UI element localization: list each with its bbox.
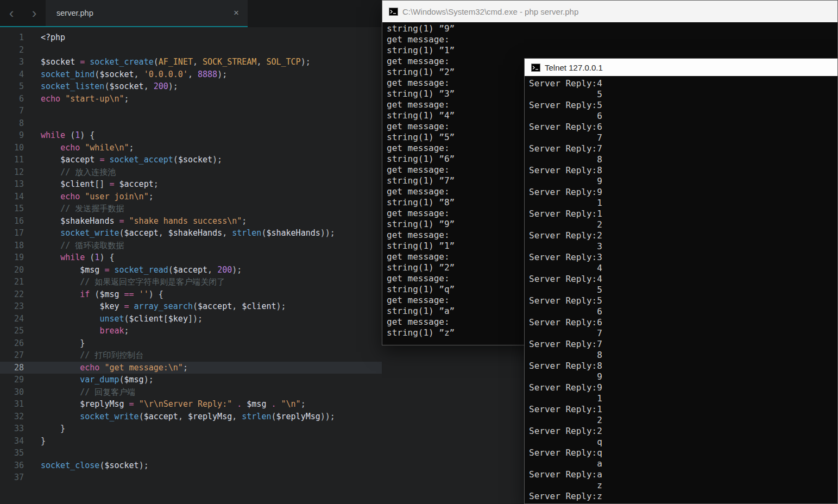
line-number: 27: [0, 349, 24, 362]
console-line: q: [529, 437, 833, 448]
code-area[interactable]: 1<?php23$socket = socket_create(AF_INET,…: [0, 27, 382, 484]
console-line: Server Reply:7: [529, 143, 833, 154]
line-number: 4: [0, 68, 24, 81]
code-line[interactable]: 3$socket = socket_create(AF_INET, SOCK_S…: [0, 56, 382, 68]
telnet-window: Telnet 127.0.0.1 Server Reply:4 5Server …: [524, 58, 838, 504]
code-line[interactable]: 10 echo "while\n";: [0, 142, 382, 154]
line-number: 25: [0, 325, 24, 337]
console-line: Server Reply:1: [529, 404, 833, 415]
code-line[interactable]: 12 // 放入连接池: [0, 166, 382, 179]
line-number: 17: [0, 227, 24, 240]
code-line[interactable]: 26 }: [0, 337, 382, 350]
code-line[interactable]: 18 // 循环读取数据: [0, 240, 382, 252]
console-line: Server Reply:8: [529, 165, 833, 176]
line-number: 15: [0, 203, 24, 215]
code-line[interactable]: 21 // 如果返回空字符串则是客户端关闭了: [0, 276, 382, 288]
editor-nav: ‹ ›: [0, 0, 46, 26]
line-number: 9: [0, 129, 24, 142]
tab-close-icon[interactable]: ×: [234, 8, 239, 18]
line-number: 14: [0, 191, 24, 203]
code-line[interactable]: 34}: [0, 435, 382, 448]
code-line[interactable]: 2: [0, 44, 382, 56]
console-line: Server Reply:1: [529, 209, 833, 219]
code-line[interactable]: 13 $client[] = $accept;: [0, 178, 382, 191]
console-line: Server Reply:7: [529, 339, 833, 350]
line-number: 19: [0, 251, 24, 264]
line-number: 18: [0, 240, 24, 252]
console-line: 7: [529, 133, 833, 143]
console-line: 9: [529, 371, 833, 382]
console-line: 9: [529, 176, 833, 187]
code-line[interactable]: 7: [0, 105, 382, 117]
console-line: 5: [529, 285, 833, 295]
code-line[interactable]: 24 unset($client[$key]);: [0, 313, 382, 325]
console-line: Server Reply:a: [529, 469, 833, 480]
console-line: z: [529, 480, 833, 491]
telnet-titlebar[interactable]: Telnet 127.0.0.1: [525, 59, 837, 76]
code-line[interactable]: 29 var_dump($msg);: [0, 374, 382, 386]
code-line[interactable]: 11 $accept = socket_accept($socket);: [0, 154, 382, 166]
console-line: Server Reply:4: [529, 274, 833, 285]
line-number: 31: [0, 398, 24, 411]
code-line[interactable]: 37: [0, 471, 382, 484]
line-number: 23: [0, 300, 24, 313]
code-editor-window: ‹ › server.php × 1<?php23$socket = socke…: [0, 0, 382, 504]
console-line: 7: [529, 328, 833, 339]
editor-tab-bar: ‹ › server.php ×: [0, 0, 382, 27]
code-line[interactable]: 17 socket_write($accept, $shakeHands, st…: [0, 227, 382, 240]
code-line[interactable]: 23 $key = array_search($accept, $client)…: [0, 300, 382, 313]
code-line[interactable]: 28 echo "get message:\n";: [0, 362, 382, 374]
code-line[interactable]: 6echo "start-up\n";: [0, 93, 382, 105]
line-number: 2: [0, 44, 24, 56]
console-line: 3: [529, 241, 833, 252]
console-line: Server Reply:5: [529, 100, 833, 111]
code-line[interactable]: 22 if ($msg == '') {: [0, 288, 382, 301]
code-line[interactable]: 9while (1) {: [0, 129, 382, 142]
console-line: Server Reply:9: [529, 382, 833, 393]
nav-back-button[interactable]: ‹: [9, 6, 14, 20]
nav-forward-button[interactable]: ›: [32, 6, 37, 20]
line-number: 24: [0, 313, 24, 325]
code-line[interactable]: 16 $shakeHands = "shake hands success\n"…: [0, 215, 382, 228]
console-line: Server Reply:4: [529, 78, 833, 89]
code-line[interactable]: 31 $replyMsg = "\r\nServer Reply:" . $ms…: [0, 398, 382, 411]
cmd-titlebar[interactable]: C:\Windows\System32\cmd.exe - php server…: [382, 1, 837, 22]
console-line: 1: [529, 198, 833, 209]
code-line[interactable]: 20 $msg = socket_read($accept, 200);: [0, 264, 382, 276]
code-line[interactable]: 33 }: [0, 423, 382, 435]
line-number: 16: [0, 215, 24, 228]
console-line: 6: [529, 306, 833, 317]
code-line[interactable]: 30 // 回复客户端: [0, 386, 382, 399]
console-line: Server Reply:z: [529, 491, 833, 502]
code-line[interactable]: 25 break;: [0, 325, 382, 337]
telnet-output[interactable]: Server Reply:4 5Server Reply:5 6Server R…: [525, 76, 837, 503]
line-number: 22: [0, 288, 24, 301]
code-line[interactable]: 14 echo "user join\n";: [0, 191, 382, 203]
line-number: 28: [0, 362, 24, 374]
line-number: 11: [0, 154, 24, 166]
code-line[interactable]: 4socket_bind($socket, '0.0.0.0', 8888);: [0, 68, 382, 81]
tab-accent-line: [0, 26, 248, 27]
code-line[interactable]: 5socket_listen($socket, 200);: [0, 80, 382, 93]
code-line[interactable]: 32 socket_write($accept, $replyMsg, strl…: [0, 411, 382, 423]
console-line: Server Reply:3: [529, 252, 833, 263]
tab-title: server.php: [56, 9, 93, 17]
console-line: get message:: [387, 34, 833, 45]
console-line: string(1) ”1”: [387, 45, 833, 56]
code-line[interactable]: 36socket_close($socket);: [0, 459, 382, 472]
console-line: 6: [529, 111, 833, 122]
code-line[interactable]: 27 // 打印到控制台: [0, 349, 382, 362]
console-line: Server Reply:8: [529, 361, 833, 371]
console-line: string(1) ”9”: [387, 23, 833, 34]
console-line: 8: [529, 154, 833, 165]
line-number: 6: [0, 93, 24, 105]
tab-server-php[interactable]: server.php ×: [46, 0, 248, 26]
code-line[interactable]: 15 // 发送握手数据: [0, 203, 382, 215]
code-line[interactable]: 1<?php: [0, 32, 382, 44]
line-number: 35: [0, 447, 24, 459]
code-line[interactable]: 19 while (1) {: [0, 251, 382, 264]
code-line[interactable]: 35: [0, 447, 382, 459]
code-line[interactable]: 8: [0, 117, 382, 130]
line-number: 34: [0, 435, 24, 448]
line-number: 13: [0, 178, 24, 191]
